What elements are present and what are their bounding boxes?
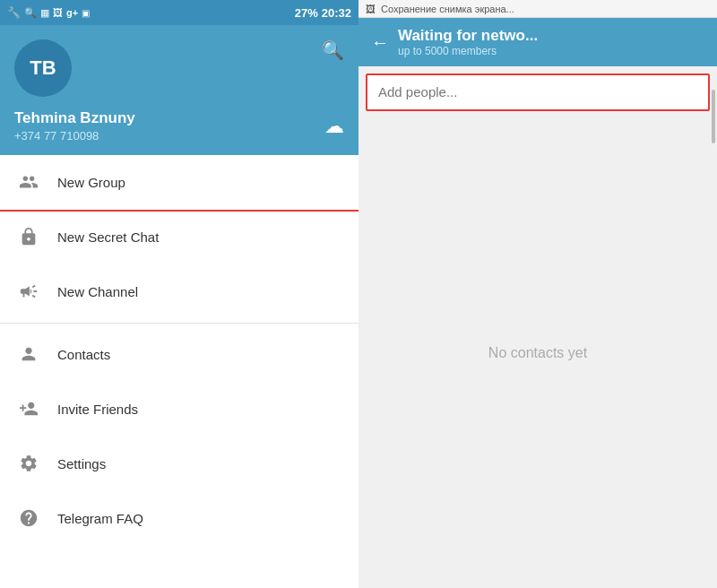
right-header: ← Waiting for netwo... up to 5000 member… [358, 18, 717, 66]
notification-bar: 🖼 Сохранение снимка экрана... [358, 0, 717, 18]
menu-list: New Group New Secret Chat New Channel Co… [0, 155, 358, 588]
no-contacts-text: No contacts yet [488, 345, 587, 361]
profile-phone: +374 77 710098 [14, 129, 135, 143]
right-panel: 🖼 Сохранение снимка экрана... ← Waiting … [358, 0, 717, 588]
new-channel-label: New Channel [57, 284, 138, 299]
group-icon [14, 168, 43, 196]
invite-friends-label: Invite Friends [57, 402, 138, 417]
cloud-icon: ☁ [324, 115, 344, 138]
menu-item-settings[interactable]: Settings [0, 437, 358, 491]
screenshot-icon: 🖼 [366, 4, 376, 14]
question-icon [14, 504, 43, 532]
status-bar-left: 🔧 🔍 ▦ 🖼 g+ ▣ [7, 6, 90, 19]
status-bar: 🔧 🔍 ▦ 🖼 g+ ▣ 27% 20:32 [0, 0, 358, 25]
scrollbar[interactable] [712, 90, 715, 143]
lock-icon [14, 222, 43, 251]
avatar-initials: TB [30, 56, 56, 80]
profile-header: TB 🔍 Tehmina Bznuny +374 77 710098 ☁ [0, 25, 358, 155]
person-icon [14, 340, 43, 368]
add-people-container [366, 74, 710, 111]
settings-label: Settings [57, 456, 106, 471]
grid-icon: ▦ [40, 7, 49, 19]
search-icon[interactable]: 🔍 [322, 39, 344, 61]
menu-item-new-group[interactable]: New Group [0, 155, 358, 210]
right-subtitle: up to 5000 members [398, 45, 538, 57]
new-secret-chat-label: New Secret Chat [57, 229, 159, 245]
status-bar-right: 27% 20:32 [295, 6, 351, 20]
avatar: TB [14, 39, 72, 97]
battery-text: 27% [295, 6, 318, 20]
time-display: 20:32 [322, 6, 351, 20]
menu-item-invite-friends[interactable]: Invite Friends [0, 382, 358, 437]
left-panel: 🔧 🔍 ▦ 🖼 g+ ▣ 27% 20:32 TB 🔍 Tehmina Bznu… [0, 0, 358, 588]
no-contacts-message: No contacts yet [358, 118, 717, 588]
header-text: Waiting for netwo... up to 5000 members [398, 27, 538, 57]
sim-icon: ▣ [82, 8, 90, 18]
search-status-icon: 🔍 [24, 7, 37, 19]
wrench-icon: 🔧 [7, 6, 21, 19]
gear-icon [14, 449, 43, 478]
new-group-label: New Group [57, 175, 125, 190]
menu-item-contacts[interactable]: Contacts [0, 327, 358, 382]
profile-name: Tehmina Bznuny [14, 109, 135, 127]
menu-divider-1 [0, 323, 358, 324]
person-add-icon [14, 394, 43, 423]
menu-item-faq[interactable]: Telegram FAQ [0, 491, 358, 546]
gplus-icon: g+ [66, 7, 78, 18]
faq-label: Telegram FAQ [57, 511, 143, 526]
menu-item-new-channel[interactable]: New Channel [0, 264, 358, 319]
add-people-input[interactable] [378, 84, 697, 99]
menu-item-new-secret-chat[interactable]: New Secret Chat [0, 210, 358, 264]
right-title: Waiting for netwo... [398, 27, 538, 45]
contacts-label: Contacts [57, 347, 110, 362]
image-icon: 🖼 [53, 7, 63, 18]
megaphone-icon [14, 277, 43, 306]
notification-text: Сохранение снимка экрана... [381, 4, 514, 14]
back-button[interactable]: ← [371, 32, 389, 53]
